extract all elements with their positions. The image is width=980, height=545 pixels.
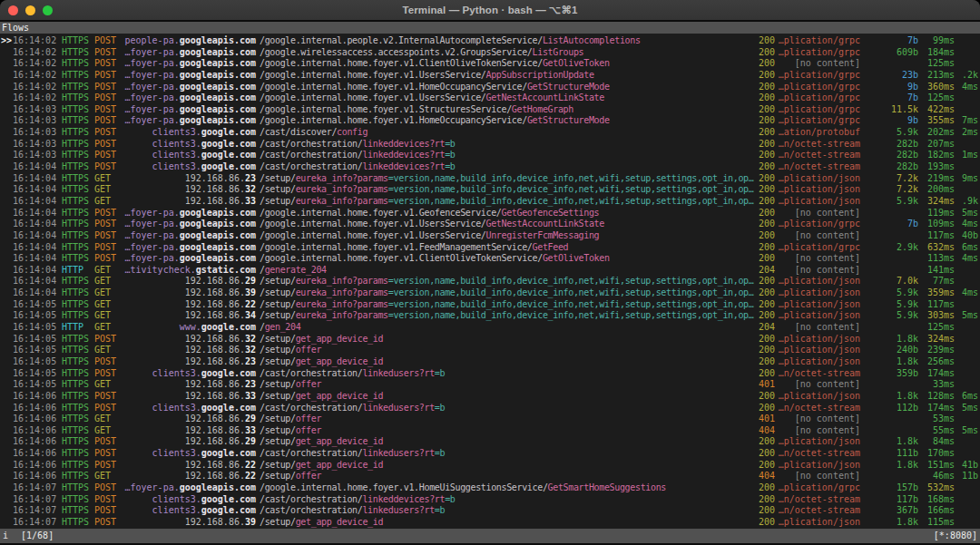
flow-row[interactable]: 16:14:06HTTPSPOSTclients3.google.com/cas…	[0, 403, 980, 414]
flow-content-type: …plication/grpc	[778, 47, 860, 59]
flow-host: clients3.google.com	[118, 403, 256, 414]
flow-host: …foyer-pa.googleapis.com	[118, 230, 256, 242]
flow-row[interactable]: 16:14:06HTTPSPOST192.168.86.29/setup/get…	[0, 436, 980, 448]
flow-size: 9b	[862, 82, 918, 93]
flow-row[interactable]: 16:14:06HTTPSGET192.168.86.29/setup/offe…	[0, 414, 980, 425]
host-domain: google.com	[201, 322, 256, 332]
flow-row[interactable]: 16:14:02HTTPSPOST…foyer-pa.googleapis.co…	[0, 92, 980, 104]
flow-row[interactable]: 16:14:02HTTPSPOST…foyer-pa.googleapis.co…	[0, 70, 980, 82]
flow-row[interactable]: 16:14:06HTTPSPOSTclients3.google.com/cas…	[0, 448, 980, 460]
flow-duration: 166ms	[920, 505, 955, 517]
flow-row[interactable]: 16:14:05HTTPSGET192.168.86.34/setup/eure…	[0, 310, 980, 322]
title-bar[interactable]: Terminal — Python · bash — ⌥⌘1	[0, 0, 980, 20]
flow-row[interactable]: 16:14:02HTTPSPOST…foyer-pa.googleapis.co…	[0, 82, 980, 93]
flow-row[interactable]: 16:14:04HTTPSPOSTclients3.google.com/cas…	[0, 161, 980, 173]
path-directory: /google.internal.home.foyer.v1.GeofenceS…	[260, 208, 502, 218]
flow-method: POST	[94, 70, 116, 82]
query-value: =b	[435, 448, 445, 458]
flow-host: …foyer-pa.googleapis.com	[118, 242, 256, 254]
flow-row[interactable]: 16:14:06HTTPSGET192.168.86.33/setup/offe…	[0, 425, 980, 437]
flow-row[interactable]: 16:14:05HTTPSPOSTclients3.google.com/cas…	[0, 368, 980, 380]
flow-row[interactable]: 16:14:04HTTPSPOST…foyer-pa.googleapis.co…	[0, 230, 980, 242]
flow-timestamp: 16:14:04	[13, 184, 56, 196]
flow-size: 1.8k	[862, 436, 918, 448]
flow-method: GET	[94, 287, 111, 299]
path-directory: /setup/	[260, 356, 296, 366]
flow-row[interactable]: 16:14:04HTTPSGET192.168.86.33/setup/eure…	[0, 196, 980, 208]
flow-row[interactable]: 16:14:07HTTPSPOSTclients3.google.com/cas…	[0, 505, 980, 517]
flow-row[interactable]: >>16:14:02HTTPSPOSTpeople-pa.googleapis.…	[0, 35, 980, 47]
flow-row[interactable]: 16:14:04HTTPSGET192.168.86.23/setup/eure…	[0, 173, 980, 185]
path-directory: /google.internal.home.foyer.v1.HomeOccup…	[260, 115, 527, 125]
flow-row[interactable]: 16:14:05HTTPSPOST192.168.86.32/setup/get…	[0, 334, 980, 345]
path-last-segment: GetFeed	[533, 242, 569, 252]
flow-row[interactable]: 16:14:04HTTPSPOST…foyer-pa.googleapis.co…	[0, 208, 980, 219]
flow-row[interactable]: 16:14:03HTTPSPOSTclients3.google.com/cas…	[0, 127, 980, 139]
flow-row[interactable]: 16:14:02HTTPSPOST…foyer-pa.googleapis.co…	[0, 47, 980, 59]
flow-duration: 99ms	[920, 35, 955, 47]
flow-method: GET	[94, 425, 111, 437]
flow-path: /google.internal.home.foyer.v1.HomeOccup…	[260, 115, 759, 127]
host-subdomain: clients3.	[152, 161, 201, 171]
flow-row[interactable]: 16:14:07HTTPSPOST192.168.86.39/setup/get…	[0, 517, 980, 529]
flow-row[interactable]: 16:14:03HTTPSPOST…foyer-pa.googleapis.co…	[0, 104, 980, 116]
flow-extra-column: 5ms	[956, 425, 978, 437]
host-ip-prefix: 192.168.86.	[185, 287, 245, 297]
flow-extra-column: 4ms	[956, 287, 978, 299]
flow-row[interactable]: 16:14:05HTTPSGET192.168.86.22/setup/eure…	[0, 299, 980, 311]
flow-timestamp: 16:14:06	[13, 403, 56, 414]
flow-row[interactable]: 16:14:06HTTPSGET192.168.86.22/setup/offe…	[0, 471, 980, 482]
host-domain: google.com	[201, 127, 256, 137]
flow-row[interactable]: 16:14:04HTTPSGET192.168.86.39/setup/eure…	[0, 287, 980, 299]
flow-status-code: 200	[759, 104, 775, 116]
flow-host: 192.168.86.23	[118, 379, 256, 391]
host-domain: googleapis.com	[180, 482, 256, 492]
flow-host: …foyer-pa.googleapis.com	[118, 82, 256, 93]
flow-timestamp: 16:14:02	[13, 92, 56, 104]
flow-duration: 128ms	[920, 391, 955, 403]
flow-row[interactable]: 16:14:04HTTPSPOST…foyer-pa.googleapis.co…	[0, 219, 980, 230]
flow-status-code: 200	[759, 230, 775, 242]
path-last-segment: eureka_info	[296, 287, 352, 297]
flow-path: /cast/orchestration/linkeddevices?rt=b	[260, 139, 759, 151]
flow-row[interactable]: 16:14:04HTTPSPOST…foyer-pa.googleapis.co…	[0, 253, 980, 265]
flow-scheme: HTTP	[62, 265, 83, 277]
flow-row[interactable]: 16:14:05HTTPSGET192.168.86.32/setup/offe…	[0, 345, 980, 356]
flow-size: 1.8k	[862, 334, 918, 345]
flow-method: POST	[94, 115, 116, 127]
flow-path: /google.internal.home.foyer.v1.UsersServ…	[260, 92, 759, 104]
flow-row[interactable]: 16:14:03HTTPSPOSTclients3.google.com/cas…	[0, 139, 980, 151]
flow-row[interactable]: 16:14:04HTTPSGET192.168.86.32/setup/eure…	[0, 184, 980, 196]
flow-content-type: …plication/grpc	[778, 242, 860, 254]
flow-scheme: HTTPS	[62, 517, 89, 529]
path-directory: /google.internal.people.v2.InternalAutoc…	[260, 35, 543, 45]
flow-row[interactable]: 16:14:05HTTPSGET192.168.86.23/setup/offe…	[0, 379, 980, 391]
flow-path: /setup/eureka_info?params=version,name,b…	[260, 310, 759, 322]
path-directory: /cast/orchestration/	[260, 139, 362, 149]
flow-list[interactable]: >>16:14:02HTTPSPOSTpeople-pa.googleapis.…	[0, 34, 980, 529]
flow-row[interactable]: 16:14:03HTTPSPOST…foyer-pa.googleapis.co…	[0, 115, 980, 127]
path-directory: /setup/	[260, 460, 296, 470]
flow-row[interactable]: 16:14:07HTTPSPOST…foyer-pa.googleapis.co…	[0, 482, 980, 494]
flow-row[interactable]: 16:14:05HTTPGETwww.google.com/gen_204204…	[0, 322, 980, 334]
flow-row[interactable]: 16:14:07HTTPSPOSTclients3.google.com/cas…	[0, 494, 980, 506]
flow-row[interactable]: 16:14:05HTTPSPOST192.168.86.23/setup/get…	[0, 356, 980, 368]
flow-row[interactable]: 16:14:02HTTPSPOST…foyer-pa.googleapis.co…	[0, 58, 980, 70]
path-last-segment: get_app_device_id	[296, 334, 383, 344]
flow-timestamp: 16:14:03	[13, 104, 56, 116]
flow-row[interactable]: 16:14:04HTTPSGET192.168.86.29/setup/eure…	[0, 276, 980, 287]
query-key: ?rt	[429, 139, 445, 149]
flow-status-code: 200	[759, 127, 775, 139]
flow-method: POST	[94, 391, 116, 403]
path-directory: /setup/	[260, 517, 296, 527]
path-last-segment: AppSubscriptionUpdate	[486, 70, 594, 80]
flow-duration: 125ms	[920, 92, 955, 104]
flow-duration: 207ms	[920, 139, 955, 151]
flow-row[interactable]: 16:14:06HTTPSPOST192.168.86.22/setup/get…	[0, 460, 980, 472]
flow-row[interactable]: 16:14:04HTTPGET…tivitycheck.gstatic.com/…	[0, 265, 980, 277]
flow-row[interactable]: 16:14:06HTTPSPOST192.168.86.33/setup/get…	[0, 391, 980, 403]
flow-row[interactable]: 16:14:04HTTPSPOST…foyer-pa.googleapis.co…	[0, 242, 980, 254]
flow-size: 7b	[862, 219, 918, 230]
flow-row[interactable]: 16:14:03HTTPSPOSTclients3.google.com/cas…	[0, 150, 980, 161]
flow-method: GET	[94, 173, 111, 185]
